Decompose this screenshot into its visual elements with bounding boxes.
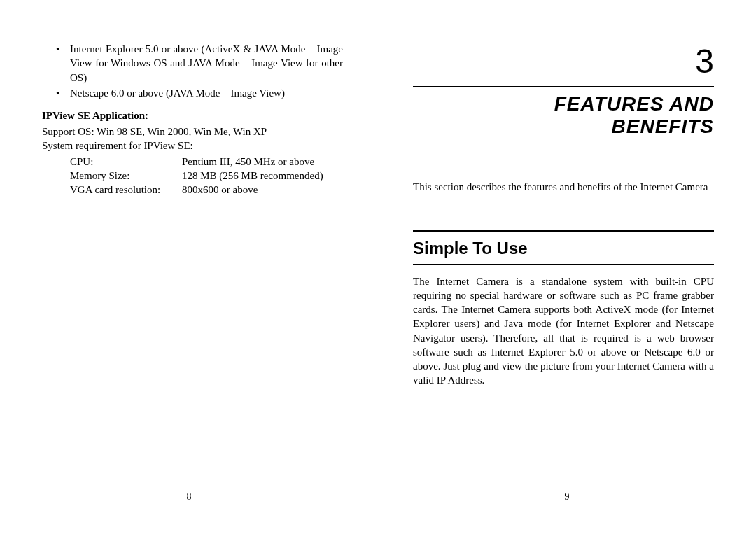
chapter-title-line: FEATURES AND (554, 93, 714, 115)
page-number: 8 (0, 491, 378, 503)
spec-row: Memory Size: 128 MB (256 MB recommended) (70, 169, 343, 183)
chapter-divider (413, 86, 714, 87)
left-page: Internet Explorer 5.0 or above (ActiveX … (0, 0, 378, 534)
chapter-intro: This section describes the features and … (413, 180, 714, 194)
section-divider-thick (413, 230, 714, 232)
spec-row: CPU: Pentium III, 450 MHz or above (70, 155, 343, 169)
ipview-heading: IPView SE Application: (42, 110, 343, 122)
section-title: Simple To Use (413, 239, 714, 258)
list-item: Netscape 6.0 or above (JAVA Mode – Image… (70, 86, 343, 100)
chapter-title-line: BENEFITS (612, 115, 714, 137)
right-page: 3 FEATURES AND BENEFITS This section des… (378, 0, 756, 534)
spec-label: VGA card resolution: (70, 183, 182, 197)
list-item: Internet Explorer 5.0 or above (ActiveX … (70, 42, 343, 85)
support-os-text: Support OS: Win 98 SE, Win 2000, Win Me,… (42, 125, 343, 139)
browser-requirements-list: Internet Explorer 5.0 or above (ActiveX … (42, 42, 343, 100)
spec-label: CPU: (70, 155, 182, 169)
chapter-title: FEATURES AND BENEFITS (413, 93, 714, 138)
sysreq-intro-text: System requirement for IPView SE: (42, 139, 343, 153)
spec-value: Pentium III, 450 MHz or above (182, 155, 343, 169)
spec-value: 128 MB (256 MB recommended) (182, 169, 343, 183)
page-number: 9 (378, 491, 756, 503)
section-divider-thin (413, 264, 714, 265)
spec-value: 800x600 or above (182, 183, 343, 197)
section-body: The Internet Camera is a standalone syst… (413, 274, 714, 388)
spec-row: VGA card resolution: 800x600 or above (70, 183, 343, 197)
chapter-number: 3 (413, 42, 714, 80)
spec-table: CPU: Pentium III, 450 MHz or above Memor… (70, 155, 343, 197)
spec-label: Memory Size: (70, 169, 182, 183)
